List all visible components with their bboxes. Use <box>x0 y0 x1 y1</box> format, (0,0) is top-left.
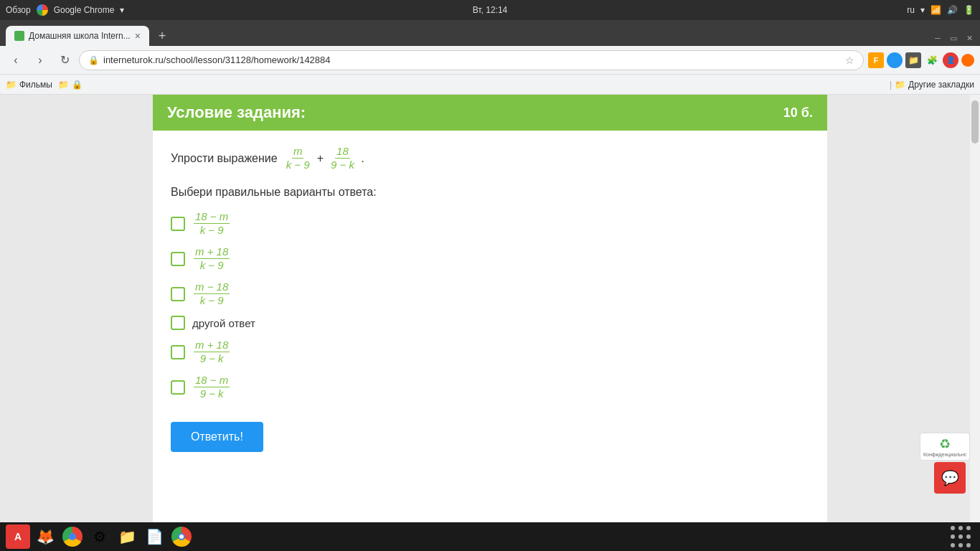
dock-chrome[interactable] <box>169 524 194 549</box>
option-1-math: 18 − m k − 9 <box>192 210 231 237</box>
option-6-math: 18 − m 9 − k <box>192 374 231 400</box>
dock-texteditor[interactable]: 📄 <box>142 524 166 549</box>
scroll-thumb[interactable] <box>971 100 979 143</box>
volume-icon: 🔊 <box>947 5 958 15</box>
opt6-numer: 18 − m <box>194 374 230 387</box>
option-6[interactable]: 18 − m 9 − k <box>171 374 809 400</box>
checkbox-6[interactable] <box>171 380 185 395</box>
bookmark-star-icon[interactable]: ☆ <box>845 55 854 66</box>
frac1-denominator: k − 9 <box>285 159 311 171</box>
opt3-fraction: m − 18 k − 9 <box>194 281 230 307</box>
grid-dot <box>966 534 971 539</box>
option-1[interactable]: 18 − m k − 9 <box>171 210 809 237</box>
ext-icon-1[interactable]: F <box>868 52 884 68</box>
taskbar-left: Обзор Google Chrome ▾ <box>6 4 124 16</box>
opt3-denom: k − 9 <box>199 294 225 307</box>
top-taskbar: Обзор Google Chrome ▾ Вт, 12:14 ru ▾ 📶 🔊… <box>0 0 980 20</box>
address-text: interneturok.ru/school/lesson/31128/home… <box>103 55 841 65</box>
ext-icon-orange[interactable] <box>961 54 974 67</box>
tab-title: Домашняя школа Intern... <box>29 31 131 41</box>
wifi-icon: 📶 <box>930 5 941 15</box>
bookmarks-separator: | <box>890 80 892 90</box>
chat-button[interactable]: 💬 <box>934 462 966 494</box>
ext-icon-profile[interactable]: 👤 <box>943 52 958 68</box>
system-clock: Вт, 12:14 <box>473 5 507 15</box>
chrome-label[interactable]: Google Chrome <box>54 5 115 15</box>
problem-statement: Упрости выражение m k − 9 + 18 9 − k . <box>171 145 809 171</box>
lock-icon: 🔒 <box>88 55 99 65</box>
bookmark-films[interactable]: 📁 Фильмы <box>6 80 52 90</box>
reload-button[interactable]: ↻ <box>55 50 75 70</box>
ext-icon-3[interactable]: 📁 <box>905 52 921 68</box>
dock-settings[interactable]: ⚙ <box>88 524 112 549</box>
checkbox-4[interactable] <box>171 316 185 330</box>
task-points: 10 б. <box>783 105 813 121</box>
dock-firefox[interactable]: 🦊 <box>33 524 57 549</box>
dock-chromium[interactable] <box>60 524 85 549</box>
grid-dot <box>951 534 955 539</box>
frac1-numerator: m <box>292 145 304 159</box>
dock-filemanager[interactable]: 📁 <box>115 524 139 549</box>
apps-grid-button[interactable] <box>950 524 974 549</box>
scrollbar[interactable] <box>970 95 980 522</box>
checkbox-1[interactable] <box>171 217 185 231</box>
taskbar-right: ru ▾ 📶 🔊 🔋 <box>907 5 974 15</box>
option-2[interactable]: m + 18 k − 9 <box>171 245 809 272</box>
main-area: Условие задания: 10 б. Упрости выражение… <box>0 95 980 522</box>
option-4[interactable]: другой ответ <box>171 316 809 330</box>
lang-dropdown-icon[interactable]: ▾ <box>920 5 925 15</box>
back-button[interactable]: ‹ <box>6 50 26 70</box>
opt1-denom: k − 9 <box>199 224 225 237</box>
grid-dot <box>958 543 963 547</box>
close-button[interactable]: ✕ <box>964 33 974 43</box>
app-name[interactable]: Обзор <box>6 5 31 15</box>
browser-tabs-bar: Домашняя школа Intern... × + ─ ▭ ✕ <box>0 20 980 46</box>
dock-appinstaller[interactable]: A <box>6 524 30 549</box>
opt6-fraction: 18 − m 9 − k <box>194 374 230 400</box>
forward-button[interactable]: › <box>30 50 50 70</box>
new-tab-button[interactable]: + <box>152 26 172 46</box>
answer-prompt: Выбери правильные варианты ответа: <box>171 186 809 199</box>
recaptcha-logo-icon: ♻ <box>923 436 966 452</box>
maximize-button[interactable]: ▭ <box>948 33 958 43</box>
frac2-denominator: 9 − k <box>329 159 356 171</box>
opt6-denom: 9 − k <box>199 387 225 400</box>
grid-dot <box>966 543 971 547</box>
opt2-fraction: m + 18 k − 9 <box>194 245 230 272</box>
options-list: 18 − m k − 9 m + 18 k − 9 <box>171 210 809 400</box>
opt2-denom: k − 9 <box>199 259 225 272</box>
opt2-numer: m + 18 <box>194 245 230 259</box>
submit-button[interactable]: Ответить! <box>171 422 263 452</box>
checkbox-5[interactable] <box>171 345 185 359</box>
address-bar[interactable]: 🔒 interneturok.ru/school/lesson/31128/ho… <box>79 50 864 70</box>
option-3[interactable]: m − 18 k − 9 <box>171 281 809 307</box>
grid-dot <box>958 526 963 530</box>
minimize-button[interactable]: ─ <box>933 33 943 43</box>
address-bar-row: ‹ › ↻ 🔒 interneturok.ru/school/lesson/31… <box>0 46 980 75</box>
bookmark-lock[interactable]: 📁 🔒 <box>58 80 83 90</box>
page-content: Условие задания: 10 б. Упрости выражение… <box>153 95 827 522</box>
bookmark-other[interactable]: 📁 Другие закладки <box>895 80 974 90</box>
checkbox-2[interactable] <box>171 252 185 266</box>
other-bookmarks-folder-icon: 📁 <box>895 80 905 90</box>
fraction-1: m k − 9 <box>285 145 311 171</box>
ext-icon-2[interactable] <box>887 52 903 68</box>
active-tab[interactable]: Домашняя школа Intern... × <box>6 26 149 46</box>
chrome-dropdown-icon[interactable]: ▾ <box>120 5 124 15</box>
recaptcha-widget: ♻ Конфиденциальнс <box>920 433 970 461</box>
ext-icon-puzzle[interactable]: 🧩 <box>924 52 940 68</box>
option-5[interactable]: m + 18 9 − k <box>171 339 809 365</box>
bookmark-lock-icon: 📁 <box>58 80 69 90</box>
lang-indicator[interactable]: ru <box>907 5 915 15</box>
checkbox-3[interactable] <box>171 287 185 301</box>
task-header-title: Условие задания: <box>167 103 306 122</box>
window-controls: ─ ▭ ✕ <box>933 33 974 46</box>
option-5-math: m + 18 9 − k <box>192 339 231 365</box>
folder-icon: 📁 <box>6 80 17 90</box>
task-header: Условие задания: 10 б. <box>153 95 827 131</box>
option-4-text: другой ответ <box>192 317 255 329</box>
opt5-denom: 9 − k <box>199 352 225 365</box>
problem-intro: Упрости выражение <box>171 152 278 165</box>
tab-close-button[interactable]: × <box>135 30 141 42</box>
bookmarks-right: | 📁 Другие закладки <box>890 80 974 90</box>
